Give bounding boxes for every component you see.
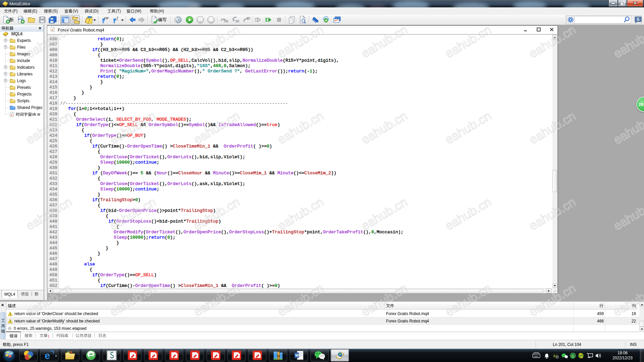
svg-text:e: e [45, 350, 50, 361]
svg-text:4: 4 [52, 28, 53, 32]
svg-text:W: W [295, 353, 299, 357]
svg-text:4: 4 [11, 113, 12, 117]
svg-text:f: f [117, 16, 118, 20]
svg-text:5: 5 [637, 17, 639, 22]
